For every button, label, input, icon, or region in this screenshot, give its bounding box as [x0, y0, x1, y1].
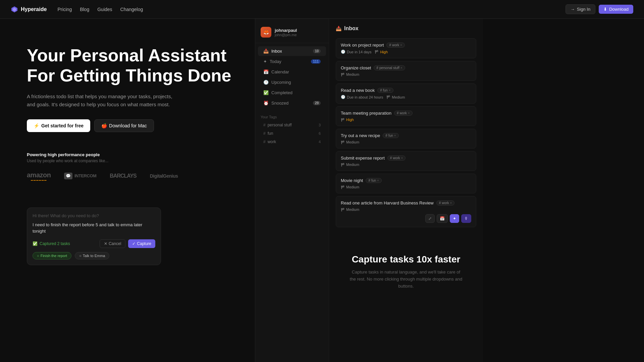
- navbar: Hyperaide Pricing Blog Guides Changelog …: [0, 0, 644, 19]
- completed-icon: ✅: [263, 90, 269, 95]
- task-tag-6: # fun ×: [366, 178, 381, 183]
- sidebar-item-upcoming[interactable]: 🕐 Upcoming: [258, 77, 326, 87]
- task-calendar-button[interactable]: 📅: [437, 214, 448, 223]
- tag-item-personal[interactable]: # personal stuff 3: [261, 121, 323, 129]
- company-digitalgenius: DigitalGenius: [150, 173, 178, 179]
- task-ai-button[interactable]: ✦: [450, 214, 459, 223]
- remove-tag-icon-7[interactable]: ×: [450, 201, 452, 205]
- cancel-button[interactable]: ✕ Cancel: [100, 239, 125, 248]
- tag-hash-3: #: [397, 111, 399, 115]
- flag-icon-2: 🏴: [386, 95, 390, 99]
- cancel-label: Cancel: [109, 241, 121, 246]
- download-mac-button[interactable]: 🍎 Download for Mac: [94, 119, 154, 132]
- sidebar-item-today-left: ✦ Today: [263, 59, 281, 64]
- sidebar-item-calendar[interactable]: 📅 Calendar: [258, 67, 326, 77]
- task-priority-label-0: High: [380, 50, 388, 54]
- sidebar-upcoming-label: Upcoming: [271, 80, 291, 85]
- task-priority-6: 🏴 Medium: [341, 185, 359, 189]
- tag-item-fun[interactable]: # fun 6: [261, 129, 323, 137]
- task-priority-label-6: Medium: [346, 185, 359, 189]
- tag-personal-count: 3: [319, 123, 321, 127]
- task-meta-3: 🏴 High: [341, 118, 471, 122]
- remove-tag-icon[interactable]: ×: [400, 43, 402, 47]
- user-info: johnarpaul john@pm.me: [275, 28, 297, 37]
- task-tag-label-3: work: [400, 111, 407, 115]
- flag-icon-6: 🏴: [341, 185, 345, 189]
- task-tag-label-5: work: [393, 156, 400, 160]
- task-due-label-2: Due in about 24 hours: [347, 95, 383, 99]
- tag-fun-label: fun: [268, 131, 273, 136]
- logo-icon: [11, 6, 18, 13]
- task-mic-button[interactable]: 🎙: [461, 214, 471, 223]
- task-tag-label-1: personal stuff: [379, 66, 399, 70]
- task-meta-6: 🏴 Medium: [341, 185, 471, 189]
- nav-changelog[interactable]: Changelog: [120, 7, 143, 12]
- remove-tag-icon-2[interactable]: ×: [389, 88, 391, 92]
- remove-tag-icon-5[interactable]: ×: [401, 156, 403, 160]
- nav-blog[interactable]: Blog: [80, 7, 89, 12]
- capture-teaser: Capture tasks 10x faster Capture tasks i…: [336, 247, 476, 296]
- task-priority-label-2: Medium: [392, 95, 405, 99]
- app-preview-inner: 🦊 johnarpaul john@pm.me 📥 Inbox 10 ✦: [255, 19, 483, 362]
- tag-hash-5: #: [390, 156, 392, 160]
- tag-work-count: 4: [319, 140, 321, 144]
- hero-title: Your Personal Assistant For Getting Thin…: [27, 46, 235, 86]
- sidebar-inbox-label: Inbox: [271, 49, 282, 54]
- chat-placeholder: Hi there! What do you need to do?: [33, 213, 155, 218]
- today-icon: ✦: [263, 59, 267, 64]
- remove-tag-icon-4[interactable]: ×: [394, 134, 396, 137]
- chip-check-icon: ○: [37, 254, 39, 258]
- download-label: Download: [609, 7, 629, 12]
- sidebar-item-completed[interactable]: ✅ Completed: [258, 88, 326, 98]
- hero-buttons: ⚡ Get started for free 🍎 Download for Ma…: [27, 119, 235, 132]
- powering-section: Powering high performance people Used by…: [27, 152, 235, 181]
- chat-input-text: I need to finish the report before 5 and…: [33, 222, 155, 235]
- task-priority-1: 🏴 Medium: [341, 72, 359, 76]
- user-profile: 🦊 johnarpaul john@pm.me: [255, 24, 329, 43]
- remove-tag-icon-3[interactable]: ×: [408, 111, 410, 115]
- sidebar-item-today[interactable]: ✦ Today 111: [258, 57, 326, 66]
- user-name: johnarpaul: [275, 28, 297, 33]
- remove-tag-icon-6[interactable]: ×: [377, 179, 379, 182]
- check-icon: ✅: [33, 241, 38, 246]
- table-row: Try out a new recipe # fun × 🏴 Medium: [336, 129, 476, 148]
- get-started-button[interactable]: ⚡ Get started for free: [27, 119, 90, 132]
- sidebar-item-inbox[interactable]: 📥 Inbox 10: [258, 46, 326, 56]
- sidebar: 🦊 johnarpaul john@pm.me 📥 Inbox 10 ✦: [255, 19, 329, 362]
- inbox-icon: 📥: [263, 49, 269, 54]
- task-meta-7: 🏴 Medium: [341, 207, 471, 212]
- download-button[interactable]: ⬇ Download: [599, 5, 633, 14]
- flag-icon-7: 🏴: [341, 208, 345, 212]
- task-name-1: Organize closet: [341, 65, 371, 70]
- tag-work-label: work: [268, 139, 276, 144]
- suggestion-finish-report[interactable]: ○ Finish the report: [33, 252, 71, 259]
- upcoming-icon: 🕐: [263, 80, 269, 85]
- logo[interactable]: Hyperaide: [11, 6, 47, 13]
- remove-tag-icon-1[interactable]: ×: [400, 66, 402, 70]
- nav-guides[interactable]: Guides: [97, 7, 112, 12]
- task-expand-button[interactable]: ⤢: [425, 214, 435, 223]
- task-priority-label-1: Medium: [346, 72, 359, 76]
- suggestion-talk-emma[interactable]: ○ Talk to Emma: [75, 252, 109, 259]
- company-amazon: amazon ▁▁▁▁▁▁: [27, 171, 51, 181]
- navbar-left: Hyperaide Pricing Blog Guides Changelog: [11, 6, 143, 13]
- task-priority-3: 🏴 High: [341, 118, 354, 122]
- tag-hash-icon-work: #: [263, 139, 266, 144]
- tag-hash: #: [389, 43, 391, 47]
- table-row: Team meeting preparation # work × 🏴 High: [336, 106, 476, 126]
- signin-icon: →: [571, 7, 575, 12]
- nav-links: Pricing Blog Guides Changelog: [57, 7, 143, 12]
- task-due-label-0: Due in 14 days: [347, 50, 371, 54]
- signin-button[interactable]: → Sign In: [566, 4, 595, 14]
- sidebar-item-snoozed[interactable]: ⏰ Snoozed 29: [258, 98, 326, 108]
- main-panel: 📥 Inbox Work on project report # work ×: [329, 19, 483, 362]
- task-meta-0: 🕐 Due in 14 days 🏴 High: [341, 50, 471, 54]
- nav-pricing[interactable]: Pricing: [57, 7, 72, 12]
- logo-text: Hyperaide: [21, 6, 47, 12]
- hero-section: Your Personal Assistant For Getting Thin…: [0, 19, 255, 362]
- table-row: Work on project report # work × 🕐 Due in…: [336, 38, 476, 58]
- capture-button[interactable]: ✓ Capture: [128, 239, 155, 248]
- inbox-title: Inbox: [344, 25, 359, 32]
- tag-item-work[interactable]: # work 4: [261, 138, 323, 146]
- table-row: Organize closet # personal stuff × 🏴 Med…: [336, 61, 476, 81]
